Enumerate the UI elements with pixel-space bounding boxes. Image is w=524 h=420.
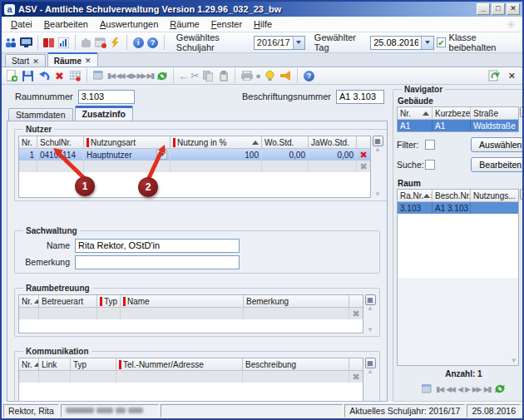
raumnummer-label: Raumnummer: [15, 91, 73, 101]
raum-list-area[interactable]: ▼: [397, 278, 519, 367]
bemerkung-label: Bemerkung: [18, 257, 70, 267]
col-strasse[interactable]: Straße: [471, 107, 518, 119]
beschriftungsnummer-field[interactable]: [336, 90, 384, 104]
bulb-icon[interactable]: [263, 69, 277, 83]
scroll-up-icon[interactable]: ▲: [374, 146, 381, 153]
gebaeude-label: Gebäude: [398, 96, 522, 106]
close-tab-icon[interactable]: ✕: [32, 57, 39, 66]
col-beschnr[interactable]: Besch.Nr.: [433, 190, 471, 201]
menu-auswertungen[interactable]: Auswertungen: [94, 17, 164, 31]
modules-icon[interactable]: [43, 36, 55, 50]
sync-icon[interactable]: [487, 69, 502, 83]
kommunikation-section: Kommunikation Nr. Link Typ Tel.-Nummer/A…: [14, 347, 380, 402]
close-tab-icon[interactable]: ✕: [85, 57, 91, 65]
menu-bearbeiten[interactable]: Bearbeiten: [38, 17, 94, 31]
name-field[interactable]: [75, 239, 240, 253]
col-bemerkung[interactable]: Bemerkung: [244, 295, 349, 307]
info-icon[interactable]: i: [132, 36, 144, 50]
navigator-nav-bar: ▮◀ ◀◀ ◀ ▶ ▶▶ ▶▮: [397, 380, 522, 398]
col-name[interactable]: Name: [121, 295, 244, 307]
raumnummer-field[interactable]: [78, 90, 135, 104]
new-record-icon[interactable]: [5, 69, 19, 83]
bearbeiten-button[interactable]: Bearbeiten: [471, 157, 522, 172]
last-record-icon: ▶▮: [146, 72, 153, 80]
bemerkung-field[interactable]: [75, 255, 240, 269]
col-beschreibung[interactable]: Beschreibung: [243, 358, 349, 370]
col-nr[interactable]: Nr.: [19, 136, 37, 148]
menu-hilfe[interactable]: Hilfe: [248, 17, 278, 31]
raum-row-selected[interactable]: 3.103 A1 3.103: [398, 202, 518, 214]
col-ranr[interactable]: Ra.Nr.1: [398, 190, 433, 201]
lightning-icon[interactable]: [110, 36, 121, 50]
col-typ[interactable]: Typ: [97, 295, 121, 307]
tab-stammdaten[interactable]: Stammdaten: [8, 108, 73, 121]
save-icon[interactable]: [21, 69, 35, 83]
nutzer-row-selected[interactable]: 1 04101114 Hauptnutzer 100 0,00 0,00 ✖: [19, 149, 370, 161]
refresh-icon[interactable]: [155, 69, 169, 83]
column-config-icon[interactable]: ▦: [520, 189, 522, 200]
close-button[interactable]: ✕: [507, 3, 520, 15]
schulnr-cell[interactable]: 04101114: [37, 149, 84, 161]
filter-checkbox[interactable]: [425, 140, 435, 150]
gear-icon: ✳: [507, 18, 516, 31]
monitor-icon[interactable]: [20, 36, 32, 50]
dropdown-arrow-icon[interactable]: [156, 150, 167, 160]
table-edit-icon[interactable]: [68, 69, 82, 83]
scroll-down-icon[interactable]: ▼: [374, 191, 381, 198]
col-kurzbez[interactable]: Kurzbezei...: [433, 107, 471, 119]
close-view-icon[interactable]: ✕: [508, 71, 516, 82]
maximize-button[interactable]: □: [492, 3, 505, 15]
title-bar: a ASV - Amtliche Schulverwaltung Version…: [2, 2, 522, 17]
help-icon[interactable]: ?: [302, 69, 316, 83]
menu-datei[interactable]: Datei: [5, 17, 38, 31]
horn-icon[interactable]: [279, 69, 293, 83]
col-nr[interactable]: Nr.: [19, 295, 39, 307]
nutzungsart-cell[interactable]: Hauptnutzer: [84, 149, 171, 161]
col-betreuerart[interactable]: Betreuerart: [39, 295, 97, 307]
scroll-down-icon[interactable]: ▼: [522, 124, 522, 131]
undo-icon[interactable]: [37, 69, 51, 83]
tab-raeume[interactable]: Räume✕: [47, 52, 98, 67]
col-nutzungs[interactable]: Nutzungs...: [471, 190, 518, 201]
col-nutzungsart[interactable]: Nutzungsart: [84, 136, 171, 148]
auswaehlen-button[interactable]: Auswählen: [471, 137, 522, 152]
sort-ascending-icon: [423, 108, 429, 116]
minimize-button[interactable]: _: [477, 3, 490, 15]
chevron-down-icon[interactable]: [293, 37, 304, 49]
menu-raeume[interactable]: Räume: [164, 17, 205, 31]
gebaeude-header-row: Nr. Kurzbezei... Straße: [398, 107, 518, 120]
chevron-down-icon[interactable]: [421, 37, 433, 49]
col-nr[interactable]: Nr.: [398, 107, 433, 119]
col-schulnr[interactable]: SchulNr.: [37, 136, 84, 148]
tab-zusatzinfo[interactable]: Zusatzinfo: [75, 106, 134, 121]
schuljahr-label: Gewähltes Schuljahr: [176, 32, 248, 52]
tag-value-field[interactable]: [371, 37, 421, 49]
gebaeude-row-selected[interactable]: A1 A1 Waldstraße: [398, 120, 518, 131]
scroll-down-icon[interactable]: ▼: [367, 327, 373, 334]
menu-fenster[interactable]: Fenster: [205, 17, 248, 31]
klasse-checkbox[interactable]: ✔: [437, 37, 445, 47]
col-jawostd[interactable]: JaWo.Std.: [309, 136, 357, 148]
tag-input[interactable]: [370, 36, 434, 50]
suche-checkbox[interactable]: [425, 160, 435, 170]
next-record-icon: ▶: [131, 72, 136, 80]
help-icon[interactable]: ?: [146, 36, 158, 50]
suche-label: Suche:: [397, 160, 425, 170]
refresh-icon[interactable]: [494, 382, 507, 396]
people-icon[interactable]: [5, 36, 17, 50]
col-nr[interactable]: Nr.: [19, 358, 39, 370]
last-record-icon: ▶▮: [484, 385, 491, 393]
col-wostd[interactable]: Wo.Std.: [262, 136, 309, 148]
scroll-up-icon[interactable]: ▲: [367, 368, 373, 375]
tab-start[interactable]: Start✕: [5, 54, 46, 67]
delete-icon[interactable]: ✖: [52, 69, 67, 83]
col-typ[interactable]: Typ: [71, 358, 116, 370]
scroll-down-icon[interactable]: ▼: [511, 358, 517, 364]
col-nutzung-prozent[interactable]: Nutzung in %: [171, 136, 262, 148]
delete-row-icon[interactable]: ✖: [357, 149, 370, 161]
report-icon[interactable]: [57, 36, 69, 50]
scroll-up-icon[interactable]: ▲: [367, 305, 373, 312]
col-telnummer[interactable]: Tel.-Nummer/Adresse: [116, 358, 243, 370]
col-link[interactable]: Link: [39, 358, 71, 370]
schuljahr-select[interactable]: 2016/17: [254, 36, 305, 50]
